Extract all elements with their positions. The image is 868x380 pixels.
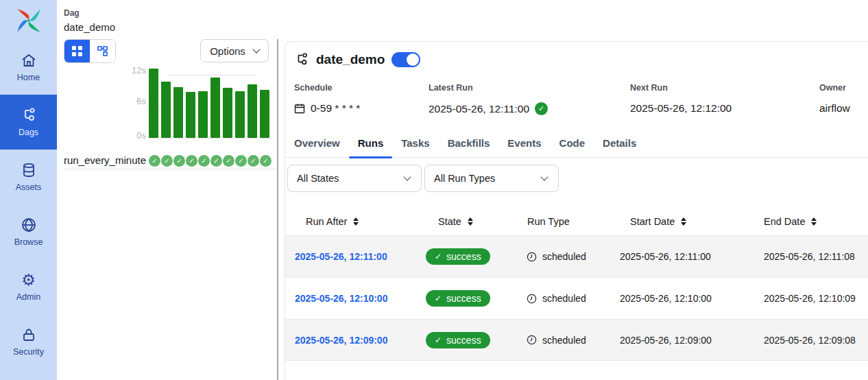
sidebar-item-admin[interactable]: ⚙ Admin (0, 259, 57, 314)
state-filter-value: All States (297, 173, 339, 184)
chevron-down-icon (403, 173, 411, 180)
duration-bar[interactable] (235, 91, 245, 138)
column-header-run-after[interactable]: Run After (285, 216, 415, 227)
options-button[interactable]: Options (200, 39, 269, 62)
run-type-filter-select[interactable]: All Run Types (424, 165, 559, 192)
dag-detail-card: date_demo Schedule 0-59 * * * * Latest R… (285, 41, 868, 380)
table-row: 2025-05-26, 12:10:00 ✓success scheduled … (285, 277, 868, 319)
sort-icon[interactable] (811, 217, 817, 226)
sidebar-item-label: Dags (19, 128, 38, 137)
breadcrumb-dag-name: date_demo (64, 21, 278, 33)
next-run-value: 2025-05-26, 12:12:00 (630, 102, 732, 115)
run-type-value: scheduled (542, 293, 586, 304)
sort-icon[interactable] (681, 217, 686, 226)
sidebar-item-security[interactable]: Security (0, 314, 57, 369)
check-icon: ✓ (435, 335, 442, 345)
check-icon: ✓ (435, 252, 442, 261)
task-status-row-circles: ✓✓✓✓✓✓✓✓✓✓ (149, 155, 272, 167)
task-instance-status-icon[interactable]: ✓ (223, 155, 234, 167)
breadcrumb: Dag date_demo (57, 0, 278, 33)
sidebar-item-label: Assets (16, 182, 42, 192)
duration-bar[interactable] (223, 88, 232, 138)
task-instance-status-icon[interactable]: ✓ (210, 155, 222, 167)
admin-gear-icon: ⚙ (21, 272, 36, 288)
sidebar-item-browse[interactable]: Browse (0, 204, 57, 259)
grid-view-button[interactable] (64, 40, 90, 62)
column-header-state[interactable]: State (415, 216, 518, 227)
tab-runs[interactable]: Runs (349, 137, 393, 157)
tab-backfills[interactable]: Backfills (439, 137, 499, 157)
duration-bar[interactable] (173, 87, 183, 138)
field-schedule: Schedule 0-59 * * * * (294, 83, 429, 115)
task-instance-status-icon[interactable]: ✓ (198, 155, 210, 167)
task-instance-status-icon[interactable]: ✓ (248, 155, 259, 167)
task-instance-status-icon[interactable]: ✓ (173, 155, 185, 167)
end-date-value: 2025-05-26, 12:11:08 (751, 251, 868, 262)
sort-icon[interactable] (353, 217, 359, 226)
duration-bar[interactable] (198, 91, 208, 138)
duration-bar[interactable] (161, 82, 171, 138)
sidebar-item-assets[interactable]: Assets (0, 150, 57, 204)
start-date-value: 2025-05-26, 12:09:00 (611, 335, 751, 346)
table-row: 2025-05-26, 12:11:00 ✓success scheduled … (285, 235, 868, 277)
sidebar-item-label: Admin (16, 292, 40, 302)
tab-details[interactable]: Details (594, 137, 645, 157)
run-filters: All States All Run Types (285, 165, 868, 192)
grid-icon (71, 45, 83, 57)
tab-tasks[interactable]: Tasks (392, 137, 438, 157)
end-date-value: 2025-05-26, 12:10:09 (751, 293, 868, 304)
status-badge: ✓success (426, 332, 490, 348)
security-lock-icon (21, 326, 37, 343)
toggle-knob (407, 54, 419, 66)
dag-icon (294, 52, 309, 67)
duration-bar[interactable] (260, 90, 269, 138)
task-instance-status-icon[interactable]: ✓ (149, 155, 160, 167)
dag-meta-fields: Schedule 0-59 * * * * Latest Run 2025-05… (285, 83, 868, 115)
run-after-link[interactable]: 2025-05-26, 12:09:00 (295, 335, 387, 346)
clock-icon (527, 294, 537, 304)
state-filter-select[interactable]: All States (287, 165, 422, 192)
column-header-end-date[interactable]: End Date (751, 216, 868, 227)
dags-icon (21, 107, 37, 123)
sidebar-item-home[interactable]: Home (0, 40, 57, 95)
table-header-row: Run After State Run Type Start Date End … (285, 208, 868, 235)
tab-code[interactable]: Code (551, 137, 594, 157)
y-axis-tick: 6s (136, 96, 146, 106)
duration-bar[interactable] (210, 78, 220, 138)
dag-left-panel: Dag date_demo Options 12s 6s 0s run_ever… (57, 0, 278, 380)
latest-run-value[interactable]: 2025-05-26, 12:11:00 (429, 103, 529, 115)
breadcrumb-section: Dag (64, 8, 278, 18)
duration-bar[interactable] (149, 69, 158, 138)
sort-icon[interactable] (468, 217, 473, 226)
status-badge: ✓success (426, 290, 490, 307)
clock-icon (527, 252, 537, 262)
schedule-value: 0-59 * * * * (311, 102, 360, 115)
success-check-icon: ✓ (535, 102, 548, 115)
runs-table: Run After State Run Type Start Date End … (285, 208, 868, 361)
sidebar-item-dags[interactable]: Dags (0, 95, 57, 150)
run-after-link[interactable]: 2025-05-26, 12:10:00 (295, 293, 387, 304)
field-label: Latest Run (429, 83, 630, 93)
task-instance-status-icon[interactable]: ✓ (186, 155, 197, 167)
task-name-label[interactable]: run_every_minute (64, 154, 146, 166)
task-instance-status-icon[interactable]: ✓ (235, 155, 247, 167)
dag-pause-toggle[interactable] (391, 52, 420, 67)
duration-bar[interactable] (248, 84, 257, 138)
panel-resize-splitter[interactable] (277, 39, 278, 380)
run-after-link[interactable]: 2025-05-26, 12:11:00 (295, 251, 387, 262)
options-button-label: Options (210, 45, 245, 57)
status-badge: ✓success (426, 248, 490, 265)
task-instance-status-icon[interactable]: ✓ (161, 155, 173, 167)
tab-events[interactable]: Events (498, 137, 550, 157)
owner-value: airflow (819, 102, 850, 115)
start-date-value: 2025-05-26, 12:11:00 (611, 251, 751, 262)
graph-view-button[interactable] (90, 40, 115, 62)
task-instance-status-icon[interactable]: ✓ (260, 155, 272, 167)
view-mode-segmented-control (64, 39, 116, 63)
field-latest-run: Latest Run 2025-05-26, 12:11:00 ✓ (429, 83, 630, 115)
duration-bar[interactable] (186, 92, 195, 138)
run-type-value: scheduled (542, 251, 586, 262)
tab-overview[interactable]: Overview (285, 137, 349, 157)
column-header-start-date[interactable]: Start Date (611, 216, 751, 227)
task-status-row: run_every_minute ✓✓✓✓✓✓✓✓✓✓ (64, 154, 278, 169)
